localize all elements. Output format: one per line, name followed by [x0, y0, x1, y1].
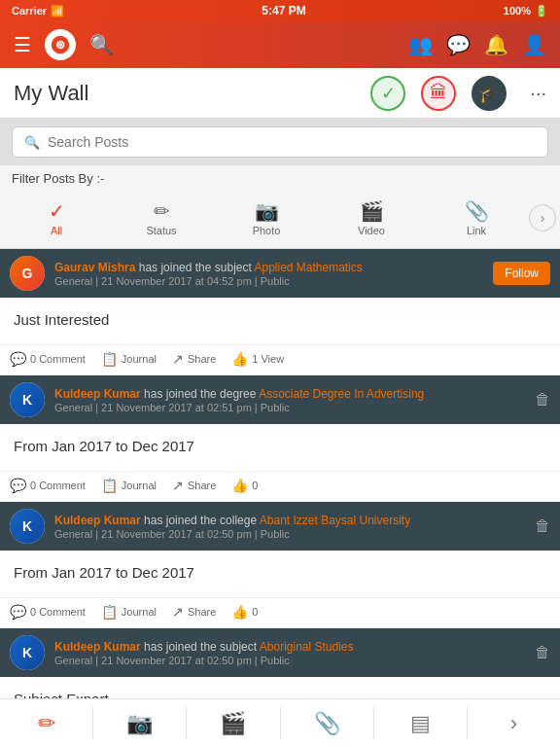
comment-action-2[interactable]: 💬0 Comment	[10, 478, 86, 493]
comment-label-1: 0 Comment	[30, 353, 86, 365]
share-action-1[interactable]: ↗Share	[172, 351, 216, 367]
views-action-1: 👍1 View	[231, 351, 284, 367]
search-input-icon: 🔍	[24, 135, 40, 150]
post-action-3: has joined the college	[144, 514, 260, 527]
post-username-4: Kuldeep Kumar	[54, 640, 141, 654]
post-meta-4: Kuldeep Kumar has joined the subject Abo…	[54, 639, 525, 667]
post-meta-line1-3: Kuldeep Kumar has joined the college Aba…	[54, 513, 525, 529]
link-icon: 📎	[465, 199, 489, 223]
delete-icon-4[interactable]: 🗑	[535, 644, 550, 661]
post-meta-1: Gaurav Mishra has joined the subject App…	[54, 260, 483, 288]
comment-action-3[interactable]: 💬0 Comment	[10, 604, 86, 620]
views-icon-1: 👍	[231, 351, 248, 367]
post-avatar-4: K	[10, 635, 45, 670]
filter-tab-photo[interactable]: 📷 Photo	[214, 196, 319, 240]
post-avatar-1: G	[10, 256, 45, 291]
post-header-3: K Kuldeep Kumar has joined the college A…	[0, 502, 560, 551]
comment-icon-2: 💬	[10, 478, 26, 493]
svg-text:⊛: ⊛	[55, 38, 65, 52]
follow-button-1[interactable]: Follow	[493, 262, 550, 285]
filter-tab-link-label: Link	[467, 225, 486, 236]
filter-tab-status-label: Status	[146, 225, 176, 236]
post-username-3: Kuldeep Kumar	[54, 514, 141, 527]
grad-icon-btn[interactable]: 🎓	[472, 76, 507, 111]
post-subject-4: Aboriginal Studies	[260, 640, 354, 654]
profile-icon[interactable]: 👤	[522, 33, 546, 56]
post-username-1: Gaurav Mishra	[54, 261, 135, 274]
journal-label-2: Journal	[122, 480, 157, 491]
search-input[interactable]	[48, 134, 536, 150]
views-label-2: 0	[252, 480, 258, 491]
bottom-nav-link[interactable]: 📎	[281, 699, 373, 747]
views-icon-2: 👍	[231, 478, 248, 493]
battery-label: 100%	[504, 5, 531, 17]
post-meta-line2-4: General | 21 November 2017 at 02:50 pm |…	[54, 655, 525, 666]
bottom-nav-camera[interactable]: 📷	[93, 699, 186, 747]
post-action-1: has joined the subject	[139, 261, 255, 274]
journal-action-3[interactable]: 📋Journal	[101, 604, 157, 620]
post-meta-line2-2: General | 21 November 2017 at 02:51 pm |…	[54, 402, 525, 413]
journal-label-1: Journal	[122, 353, 157, 365]
top-nav-left: ☰ ⊛ 🔍	[14, 29, 114, 60]
comment-action-1[interactable]: 💬0 Comment	[10, 351, 86, 367]
share-label-1: Share	[188, 353, 216, 365]
chat-icon[interactable]: 💬	[446, 33, 471, 56]
bottom-nav-home[interactable]: ✏	[0, 699, 92, 747]
post-actions-2: 💬0 Comment 📋Journal ↗Share 👍0	[0, 471, 560, 501]
post-action-4: has joined the subject	[144, 640, 260, 654]
battery-icon: 🔋	[535, 5, 548, 18]
filter-tab-link[interactable]: 📎 Link	[424, 196, 529, 240]
header-icons: ✓ 🏛 🎓 ···	[370, 76, 546, 111]
status-bar: Carrier 📶 5:47 PM 100% 🔋	[0, 0, 560, 21]
post-actions-1: 💬0 Comment 📋Journal ↗Share 👍1 View	[0, 344, 560, 374]
building-icon-btn[interactable]: 🏛	[421, 76, 456, 111]
share-action-2[interactable]: ↗Share	[172, 478, 216, 493]
page-title: My Wall	[14, 81, 370, 106]
filter-tab-video-label: Video	[358, 225, 385, 236]
filter-tab-arrow[interactable]: ›	[529, 204, 556, 231]
more-button[interactable]: ···	[530, 82, 546, 104]
status-bar-right: 100% 🔋	[504, 5, 548, 18]
delete-icon-2[interactable]: 🗑	[535, 391, 550, 409]
menu-icon[interactable]: ☰	[14, 33, 31, 56]
comment-icon-3: 💬	[10, 604, 26, 620]
check-icon-btn[interactable]: ✓	[370, 76, 405, 111]
delete-icon-3[interactable]: 🗑	[535, 517, 550, 535]
search-icon[interactable]: 🔍	[89, 33, 114, 56]
journal-action-1[interactable]: 📋Journal	[101, 351, 157, 367]
post-content-1: Just Interested	[0, 298, 560, 344]
share-action-3[interactable]: ↗Share	[172, 604, 216, 620]
post-meta-2: Kuldeep Kumar has joined the degree Asso…	[54, 386, 525, 414]
carrier-label: Carrier	[12, 5, 47, 17]
status-icon: ✏	[154, 199, 170, 223]
search-input-wrap[interactable]: 🔍	[12, 126, 548, 158]
filter-tab-video[interactable]: 🎬 Video	[319, 196, 424, 240]
bottom-nav-arrow[interactable]: ›	[468, 699, 560, 747]
photo-icon: 📷	[255, 199, 279, 223]
app-logo[interactable]: ⊛	[45, 29, 76, 60]
group-icon[interactable]: 👥	[408, 33, 433, 56]
bell-icon[interactable]: 🔔	[484, 33, 508, 56]
post-header-4: K Kuldeep Kumar has joined the subject A…	[0, 628, 560, 677]
top-nav-right: 👥 💬 🔔 👤	[408, 33, 546, 56]
bottom-nav-list[interactable]: ▤	[374, 699, 467, 747]
journal-icon-3: 📋	[101, 604, 118, 620]
comment-icon-1: 💬	[10, 351, 26, 367]
post-content-3: From Jan 2017 to Dec 2017	[0, 551, 560, 597]
post-card-2: K Kuldeep Kumar has joined the degree As…	[0, 375, 560, 501]
journal-action-2[interactable]: 📋Journal	[101, 478, 157, 493]
post-meta-line2-1: General | 21 November 2017 at 04:52 pm |…	[54, 275, 483, 287]
share-label-2: Share	[188, 480, 216, 491]
filter-tab-status[interactable]: ✏ Status	[109, 196, 214, 240]
bottom-nav-video[interactable]: 🎬	[187, 699, 279, 747]
post-avatar-2: K	[10, 382, 45, 417]
filter-tab-all-label: All	[51, 225, 62, 236]
journal-label-3: Journal	[122, 606, 157, 618]
search-bar: 🔍	[0, 119, 560, 165]
page-header: My Wall ✓ 🏛 🎓 ···	[0, 68, 560, 119]
post-subject-1: Applied Mathematics	[254, 261, 362, 274]
filter-tab-all[interactable]: ✓ All	[4, 196, 109, 240]
filter-tab-photo-label: Photo	[253, 225, 281, 236]
filter-tabs: ✓ All ✏ Status 📷 Photo 🎬 Video 📎 Link ›	[0, 192, 560, 249]
post-card-3: K Kuldeep Kumar has joined the college A…	[0, 502, 560, 627]
